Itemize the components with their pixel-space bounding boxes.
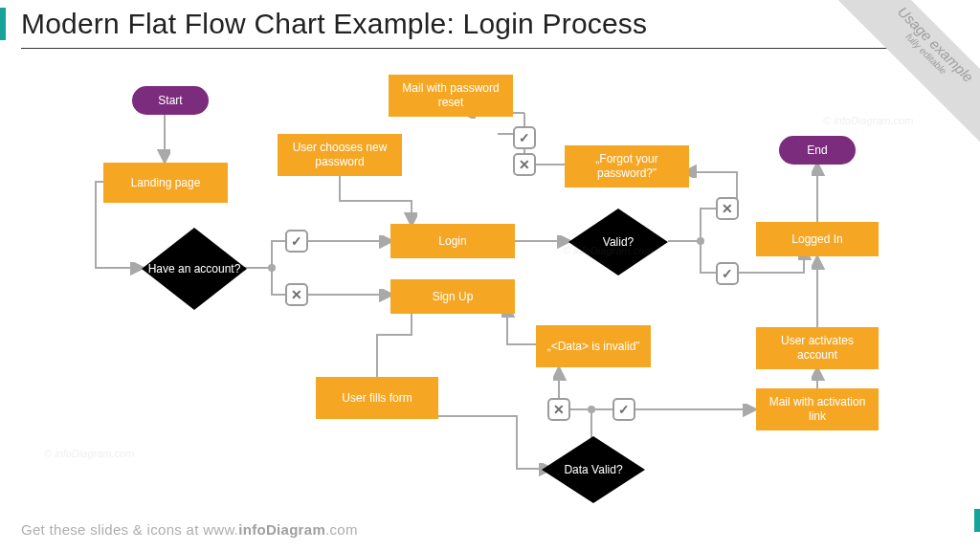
- check-icon: ✓: [285, 230, 308, 253]
- svg-marker-6: [542, 436, 645, 503]
- cross-icon: ✕: [285, 283, 308, 306]
- node-end: End: [779, 136, 856, 165]
- cross-icon: ✕: [513, 153, 536, 176]
- node-data-valid: [542, 436, 645, 503]
- node-forgot-pw: „Forgot your password?”: [565, 145, 689, 187]
- footer-suffix: .com: [325, 521, 358, 538]
- node-have-account: [142, 228, 247, 310]
- watermark: © infoDiagram.com: [44, 448, 134, 459]
- node-mail-act: Mail with activation link: [756, 388, 879, 430]
- footer-bold: infoDiagram: [238, 521, 325, 538]
- svg-marker-4: [142, 228, 247, 310]
- node-user-new-pw: User chooses new password: [278, 134, 402, 176]
- node-logged-in: Logged In: [756, 222, 879, 256]
- node-start: Start: [132, 86, 209, 115]
- accent-left: [0, 8, 6, 40]
- watermark: © infoDiagram.com: [563, 245, 653, 256]
- footer-prefix: Get these slides & icons at www.: [21, 521, 238, 538]
- node-activates: User activates account: [756, 327, 879, 369]
- node-user-fills: User fills form: [316, 377, 438, 419]
- node-signup: Sign Up: [390, 279, 515, 314]
- node-login: Login: [390, 224, 515, 258]
- slide: Modern Flat Flow Chart Example: Login Pr…: [0, 0, 980, 551]
- footer: Get these slides & icons at www.infoDiag…: [21, 521, 358, 538]
- page-title: Modern Flat Flow Chart Example: Login Pr…: [21, 8, 647, 40]
- node-valid: [568, 209, 668, 276]
- flowchart-canvas: Start End Landing page User chooses new …: [0, 57, 980, 517]
- node-data-invalid: „<Data> is invalid”: [536, 325, 651, 367]
- check-icon: ✓: [612, 398, 635, 421]
- ribbon-line1: Usage example: [856, 0, 980, 124]
- svg-marker-5: [568, 209, 668, 276]
- cross-icon: ✕: [716, 197, 739, 220]
- cross-icon: ✕: [547, 398, 570, 421]
- check-icon: ✓: [513, 126, 536, 149]
- node-mail-reset: Mail with password reset: [389, 75, 513, 117]
- check-icon: ✓: [716, 262, 739, 285]
- node-landing: Landing page: [103, 163, 228, 203]
